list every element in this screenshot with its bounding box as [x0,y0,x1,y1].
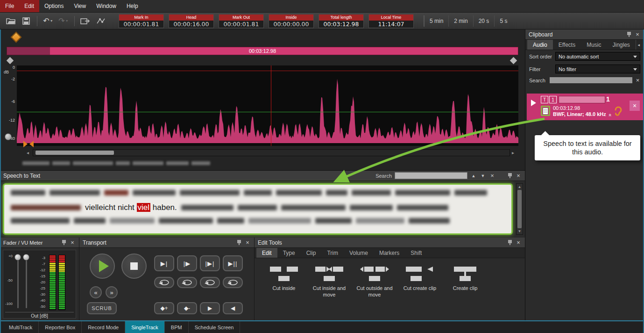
clipboard-search-input[interactable] [550,77,632,83]
scroll-down-icon[interactable]: ▼ [518,229,522,233]
tab-music[interactable]: Music [581,40,607,50]
pin-icon[interactable] [62,240,66,246]
marker-diamond-icon[interactable] [10,31,21,43]
stop-button[interactable] [121,253,147,279]
play-pause-button[interactable]: ▶|| [223,255,243,271]
workspace-tab-reporter-box[interactable]: Reporter Box [39,321,82,333]
save-icon[interactable] [20,15,32,27]
scrub-button[interactable]: SCRUB [87,302,117,314]
time-display-head[interactable]: Head 00:00:16.00 [169,14,214,28]
forward-button[interactable]: » [106,286,118,298]
clipboard-audio-item[interactable]: T 1 1 00:03:12.98 BWF, Linear; 48.0 kHz … [527,94,643,120]
close-icon[interactable]: × [244,239,251,246]
item-remove-button[interactable]: × [630,101,640,111]
overview-bar[interactable]: 00:03:12.98 [7,47,518,55]
rewind-button[interactable]: « [90,286,102,298]
scrollbar-thumb[interactable] [35,151,114,155]
create-clip-tool[interactable]: Create clip [444,265,486,298]
zoom-5min-button[interactable]: 5 min [425,15,449,27]
menu-help[interactable]: Help [121,0,143,12]
search-next-icon[interactable]: ▼ [480,174,486,178]
play-selection-button[interactable]: |▶| [200,255,220,271]
workspace-tab-record-mode[interactable]: Record Mode [82,321,125,333]
tab-jingles[interactable]: Jingles [607,40,636,50]
cut-inside-move-tool[interactable]: Cut inside and move [308,265,350,298]
waveform-canvas[interactable] [17,65,518,146]
range-handle-left[interactable] [7,57,14,65]
menu-edit[interactable]: Edit [19,0,39,12]
undo-button[interactable]: ↶▼ [42,15,54,27]
zoom-20s-button[interactable]: 20 s [474,15,495,27]
open-folder-icon[interactable] [5,15,17,27]
pin-icon[interactable] [237,240,241,246]
search-prev-icon[interactable]: ▲ [470,174,477,178]
workspace-tab-multitrack[interactable]: MultiTrack [3,321,39,333]
menu-window[interactable]: Window [91,0,121,12]
play-from-mark-button[interactable]: |▶ [177,255,197,271]
time-display-total-length[interactable]: Total length 00:03:12.98 [318,14,364,28]
tab-shift[interactable]: Shift [405,248,427,258]
time-display-local-time[interactable]: Local Time 11:14:07 [368,14,414,28]
tab-audio[interactable]: Audio [527,40,553,50]
transcript-scrollbar[interactable]: ▲ ▼ [516,183,523,235]
redo-button[interactable]: ↷▼ [57,15,70,27]
item-play-icon[interactable] [531,100,536,106]
cut-create-clip-tool[interactable]: Cut create clip [399,265,441,298]
scroll-up-icon[interactable]: ▲ [518,185,522,189]
pin-icon[interactable] [508,240,512,246]
close-icon[interactable]: × [515,173,522,179]
zoom-2min-button[interactable]: 2 min [449,15,473,27]
prev-marker-button[interactable]: ◀ [223,302,243,314]
scrollbar-thumb[interactable] [517,190,522,228]
fader-track[interactable] [26,256,27,308]
loop-button[interactable] [223,277,243,288]
tab-effects[interactable]: Effects [553,40,581,50]
clipboard-search-clear-icon[interactable]: × [635,77,640,83]
pin-icon[interactable] [627,32,631,37]
range-handle-right[interactable] [510,57,517,65]
fader-track[interactable] [17,256,19,308]
workspace-tab-schedule-screen[interactable]: Schedule Screen [189,321,241,333]
loop-marker-icon[interactable] [23,141,34,147]
search-clear-icon[interactable]: × [489,173,495,179]
cut-outside-move-tool[interactable]: Cut outside and move [354,265,396,298]
tab-scroll-left-icon[interactable]: ◂ [636,43,642,47]
prelisten-ear-icon[interactable] [614,105,623,117]
close-icon[interactable]: × [634,31,641,37]
remove-marker-button[interactable]: ◆- [177,302,197,314]
export-icon[interactable] [79,15,92,27]
tab-clip[interactable]: Clip [301,248,322,258]
tab-type[interactable]: Type [277,248,301,258]
time-display-mark-out[interactable]: Mark Out 00:00:01.81 [219,14,264,28]
scroll-left-arrow[interactable]: ◂ [27,150,29,155]
menu-view[interactable]: View [69,0,91,12]
speech-search-input[interactable] [395,172,467,179]
close-icon[interactable]: × [69,239,76,246]
speech-text-doc-icon[interactable] [541,106,550,116]
loop-button[interactable] [177,277,197,288]
fader-knob[interactable] [23,254,29,261]
tab-volume[interactable]: Volume [344,248,374,258]
menu-file[interactable]: File [0,0,19,12]
transcript-area[interactable]: vielleicht nicht viel haben. [3,183,513,235]
fader-knob[interactable] [14,254,21,261]
filter-select[interactable]: No filter [555,65,640,73]
zoom-5s-button[interactable]: 5 s [495,15,512,27]
loop-button[interactable] [154,277,174,288]
sort-order-select[interactable]: No automatic sort [555,52,640,61]
workspace-tab-bpm[interactable]: BPM [165,321,189,333]
signal-routing-icon[interactable] [95,15,107,27]
workspace-tab-singletrack[interactable]: SingleTrack [125,321,165,333]
pin-icon[interactable] [508,173,512,179]
cut-inside-tool[interactable]: Cut inside [263,265,305,298]
horizontal-scrollbar[interactable] [33,149,510,156]
collapse-chevron-icon[interactable]: « [608,114,613,116]
time-display-mark-in[interactable]: Mark In 00:00:01.81 [119,14,164,28]
next-marker-button[interactable]: ▶ [200,302,220,314]
tab-edit[interactable]: Edit [256,248,277,258]
zoom-knob[interactable] [5,133,12,140]
tab-trim[interactable]: Trim [321,248,344,258]
play-to-mark-button[interactable]: ▶| [154,255,174,271]
close-icon[interactable]: × [515,239,522,246]
play-button[interactable] [90,253,115,279]
